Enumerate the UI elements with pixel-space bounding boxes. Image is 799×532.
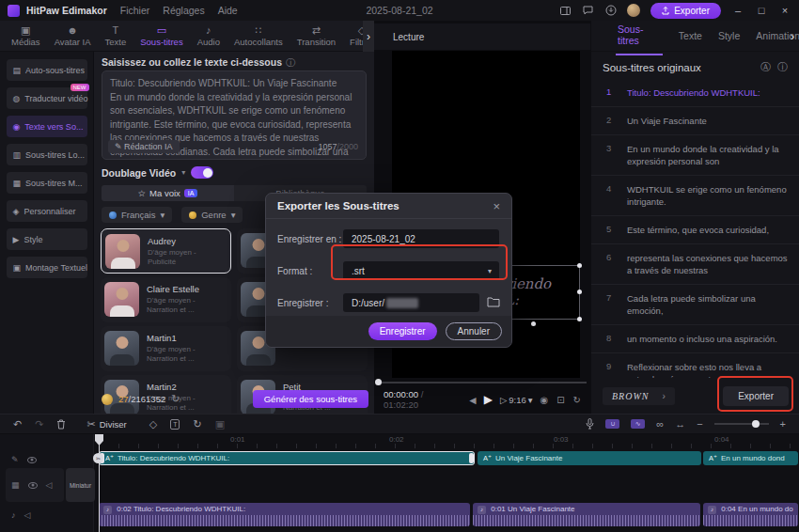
timeline-ruler[interactable] — [99, 444, 799, 448]
zoom-out-icon[interactable]: − — [697, 418, 702, 430]
audio-clip[interactable]: ♪ 0:02 Titulo: Descubriendo WDHTKUIL: — [99, 503, 470, 526]
subtitle-list-item[interactable]: 7 Cada letra puede simbolizar una emoció… — [591, 285, 799, 325]
download-icon[interactable] — [604, 5, 617, 17]
selection-handle[interactable] — [531, 321, 536, 326]
audio-clip[interactable]: ♪ 0:01 Un Viaje Fascinante — [473, 503, 700, 526]
sidebar-item[interactable]: ▦ Sous-titres M... — [7, 172, 87, 194]
subtitle-list-item[interactable]: 8 un momento o incluso una aspiración. — [591, 325, 799, 353]
genre-filter[interactable]: Genre ▾ — [181, 207, 243, 223]
toolbar-tab[interactable]: ♪ Audio — [197, 25, 220, 47]
tabs-scroll-right-icon[interactable]: › — [791, 29, 794, 43]
previous-frame-icon[interactable]: ◀ — [469, 395, 476, 405]
refresh-icon[interactable]: ↻ — [171, 393, 180, 405]
toolbar-tab[interactable]: ▣ Médias — [11, 25, 40, 47]
zoom-slider-knob[interactable] — [752, 420, 760, 428]
script-textarea[interactable]: Titulo: Descubriendo WDHTKUIL: Un Viaje … — [102, 70, 367, 160]
translate-icon[interactable]: Ⓐ — [760, 60, 771, 74]
playback-progress-bar[interactable] — [378, 382, 587, 383]
loop-icon[interactable]: ↻ — [573, 395, 581, 405]
playback-progress-knob[interactable] — [375, 379, 382, 385]
layout-panels-icon[interactable] — [559, 5, 572, 17]
aspect-ratio-selector[interactable]: ▷ 9:16 ▾ — [500, 395, 533, 405]
play-icon[interactable]: ▶ — [484, 393, 493, 406]
toolbar-tab[interactable]: ☻ Avatar IA — [55, 25, 91, 47]
sidebar-item[interactable]: ◍ Traducteur vidéo NEW — [7, 87, 87, 109]
subtitle-list-item[interactable]: 4 WDHTKUIL se erige como un fenómeno int… — [591, 176, 799, 216]
link-clips-icon[interactable]: ∞ — [656, 418, 664, 430]
sidebar-item[interactable]: ▥ Sous-titres Lo... — [7, 144, 87, 165]
dubbing-collapse-icon[interactable]: ▾ — [181, 168, 185, 177]
track-visibility-icon[interactable] — [28, 482, 38, 489]
sidebar-item[interactable]: ▤ Auto-sous-titres — [7, 59, 87, 81]
my-voice-tab[interactable]: ☆ Ma voix IA — [102, 185, 234, 201]
toolbar-tab[interactable]: ∷ Autocollants — [234, 25, 283, 47]
snapshot-icon[interactable]: ◉ — [540, 395, 548, 405]
dubbing-toggle[interactable] — [191, 166, 213, 179]
voice-card[interactable]: Claire Estelle D'âge moyen - Narration e… — [101, 277, 231, 322]
menubar-item[interactable]: Aide — [218, 5, 238, 16]
text-tool-icon[interactable]: T — [170, 419, 180, 430]
right-panel-tab[interactable]: Texte — [679, 30, 702, 41]
dialog-cancel-button[interactable]: Annuler — [446, 322, 502, 340]
split-button[interactable]: ✂ Diviser — [86, 418, 126, 430]
dialog-close-icon[interactable]: × — [493, 199, 500, 213]
dialog-save-button[interactable]: Enregistrer — [368, 322, 437, 340]
clip-trim-knob[interactable]: ✂ — [93, 453, 103, 463]
language-filter[interactable]: Français ▾ — [102, 207, 172, 223]
voice-card[interactable]: Martin1 D'âge moyen - Narration et ... — [101, 326, 231, 371]
selection-handle[interactable] — [577, 289, 582, 294]
info-icon[interactable]: ⓘ — [777, 60, 788, 74]
rotate-icon[interactable]: ↻ — [193, 418, 201, 430]
voice-card[interactable]: Audrey D'âge moyen - Publicité — [101, 228, 231, 274]
right-panel-tab[interactable]: Style — [718, 30, 740, 41]
selection-handle[interactable] — [577, 317, 582, 321]
subtitle-clip[interactable]: A⁺ En un mundo dond — [703, 451, 798, 465]
audio-waveform-icon[interactable]: ∿ — [631, 419, 645, 429]
subtitle-list-item[interactable]: 6 representa las conexiones que hacemos … — [591, 244, 799, 285]
mask-icon[interactable]: ◇ — [149, 418, 157, 430]
generate-subtitles-button[interactable]: Générer des sous-titres — [253, 390, 368, 408]
sidebar-item[interactable]: ◉ Texte vers So... — [7, 116, 87, 137]
menubar-item[interactable]: Réglages — [163, 5, 204, 16]
track-mute-icon[interactable]: ◁ — [24, 510, 31, 520]
zoom-in-icon[interactable]: + — [780, 418, 786, 430]
right-panel-tab[interactable]: Sous-titres — [616, 16, 663, 55]
minimize-button[interactable]: – — [731, 5, 744, 16]
ai-writing-button[interactable]: ✎ Rédaction IA — [108, 140, 180, 153]
sidebar-item[interactable]: ▶ Style — [7, 228, 87, 250]
user-avatar[interactable] — [627, 4, 640, 17]
playhead[interactable] — [99, 434, 100, 532]
folder-icon[interactable] — [487, 294, 500, 311]
maximize-button[interactable]: □ — [755, 5, 768, 16]
sidebar-item[interactable]: ◈ Personnaliser — [7, 200, 87, 222]
crop-icon[interactable]: ⊡ — [556, 395, 564, 405]
subtitle-list-item[interactable]: 3 En un mundo donde la creatividad y la … — [591, 135, 799, 176]
save-path-input[interactable]: D:/user/ — [343, 293, 479, 312]
subtitle-list-item[interactable]: 1 Titulo: Descubriendo WDHTKUIL: — [591, 79, 799, 107]
fit-timeline-icon[interactable]: ↔ — [675, 418, 685, 430]
timeline-zoom-slider[interactable] — [714, 423, 769, 425]
export-project-button[interactable]: Exporter — [650, 3, 721, 19]
toolbar-tab[interactable]: ▭ Sous-titres — [140, 25, 182, 47]
voiceover-mic-icon[interactable] — [586, 418, 594, 430]
subtitle-list-item[interactable]: 2 Un Viaje Fascinante — [591, 107, 799, 135]
subtitle-clip[interactable]: A⁺ Un Viaje Fascinante — [478, 451, 701, 465]
toolbar-scroll-right-icon[interactable]: › — [363, 21, 374, 52]
clip-thumbnail[interactable]: Miniatur — [66, 468, 95, 502]
info-icon[interactable]: ⓘ — [286, 57, 295, 68]
close-button[interactable]: × — [778, 5, 791, 16]
selection-handle[interactable] — [577, 263, 582, 268]
toolbar-tab[interactable]: T Texte — [105, 25, 127, 47]
subtitle-clip[interactable]: A⁺ Titulo: Descubriendo WDHTKUIL: — [99, 451, 475, 465]
subtitle-list-item[interactable]: 5 Este término, que evoca curiosidad, — [591, 216, 799, 244]
undo-icon[interactable]: ↶ — [13, 418, 22, 430]
sidebar-item[interactable]: ▣ Montage Textuel — [7, 257, 87, 278]
feedback-bubble-icon[interactable] — [582, 5, 594, 17]
menubar-item[interactable]: Fichier — [120, 5, 150, 16]
delete-icon[interactable] — [56, 419, 66, 430]
subtitle-list-item[interactable]: 9 Reflexionar sobre esto nos lleva a ent… — [591, 353, 799, 378]
track-visibility-icon[interactable] — [27, 457, 37, 463]
audio-clip[interactable]: ♪ 0:04 En un mundo do — [703, 503, 798, 526]
track-mute-icon[interactable]: ◁ — [46, 480, 53, 490]
font-selector[interactable]: BROWN › — [603, 387, 675, 405]
